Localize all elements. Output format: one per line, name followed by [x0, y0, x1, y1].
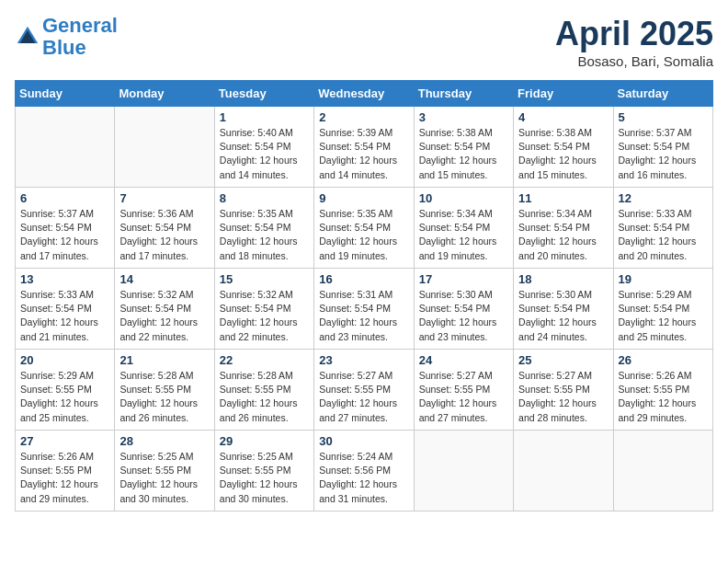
calendar-week-5: 27Sunrise: 5:26 AM Sunset: 5:55 PM Dayli… — [16, 431, 713, 511]
day-number: 5 — [619, 110, 708, 124]
day-info: Sunrise: 5:32 AM Sunset: 5:54 PM Dayligh… — [220, 288, 309, 344]
calendar-cell: 6Sunrise: 5:37 AM Sunset: 5:54 PM Daylig… — [16, 188, 115, 269]
day-info: Sunrise: 5:29 AM Sunset: 5:55 PM Dayligh… — [20, 369, 109, 425]
calendar-cell: 10Sunrise: 5:34 AM Sunset: 5:54 PM Dayli… — [414, 188, 513, 269]
calendar-cell: 28Sunrise: 5:25 AM Sunset: 5:55 PM Dayli… — [115, 431, 214, 511]
calendar-cell: 8Sunrise: 5:35 AM Sunset: 5:54 PM Daylig… — [214, 188, 313, 269]
day-info: Sunrise: 5:24 AM Sunset: 5:56 PM Dayligh… — [319, 450, 408, 506]
day-number: 6 — [20, 191, 109, 205]
calendar-week-1: 1Sunrise: 5:40 AM Sunset: 5:54 PM Daylig… — [16, 107, 713, 188]
day-number: 18 — [518, 272, 608, 286]
calendar-cell: 2Sunrise: 5:39 AM Sunset: 5:54 PM Daylig… — [314, 107, 414, 188]
day-number: 4 — [518, 110, 608, 124]
day-info: Sunrise: 5:37 AM Sunset: 5:54 PM Dayligh… — [20, 207, 109, 263]
calendar-cell: 26Sunrise: 5:26 AM Sunset: 5:55 PM Dayli… — [613, 350, 712, 431]
day-info: Sunrise: 5:26 AM Sunset: 5:55 PM Dayligh… — [619, 369, 708, 425]
logo-text: General Blue — [42, 15, 118, 59]
calendar-week-4: 20Sunrise: 5:29 AM Sunset: 5:55 PM Dayli… — [16, 350, 713, 431]
logo-icon — [15, 24, 40, 50]
day-info: Sunrise: 5:30 AM Sunset: 5:54 PM Dayligh… — [419, 288, 508, 344]
calendar-header-row: SundayMondayTuesdayWednesdayThursdayFrid… — [16, 81, 713, 107]
calendar-cell: 3Sunrise: 5:38 AM Sunset: 5:54 PM Daylig… — [414, 107, 513, 188]
calendar-cell: 29Sunrise: 5:25 AM Sunset: 5:55 PM Dayli… — [214, 431, 313, 511]
day-info: Sunrise: 5:37 AM Sunset: 5:54 PM Dayligh… — [619, 126, 708, 182]
day-info: Sunrise: 5:28 AM Sunset: 5:55 PM Dayligh… — [220, 369, 309, 425]
day-number: 23 — [319, 353, 408, 367]
calendar-week-3: 13Sunrise: 5:33 AM Sunset: 5:54 PM Dayli… — [16, 269, 713, 350]
day-info: Sunrise: 5:36 AM Sunset: 5:54 PM Dayligh… — [119, 207, 209, 263]
day-number: 7 — [119, 191, 209, 205]
day-info: Sunrise: 5:39 AM Sunset: 5:54 PM Dayligh… — [319, 126, 408, 182]
day-info: Sunrise: 5:34 AM Sunset: 5:54 PM Dayligh… — [518, 207, 608, 263]
day-number: 28 — [119, 434, 209, 448]
day-info: Sunrise: 5:33 AM Sunset: 5:54 PM Dayligh… — [619, 207, 708, 263]
day-number: 2 — [319, 110, 408, 124]
calendar-cell: 20Sunrise: 5:29 AM Sunset: 5:55 PM Dayli… — [16, 350, 115, 431]
day-info: Sunrise: 5:34 AM Sunset: 5:54 PM Dayligh… — [419, 207, 508, 263]
calendar-cell: 14Sunrise: 5:32 AM Sunset: 5:54 PM Dayli… — [115, 269, 214, 350]
main-title: April 2025 — [555, 15, 713, 53]
calendar-cell: 30Sunrise: 5:24 AM Sunset: 5:56 PM Dayli… — [314, 431, 414, 511]
calendar-cell: 21Sunrise: 5:28 AM Sunset: 5:55 PM Dayli… — [115, 350, 214, 431]
calendar-cell: 16Sunrise: 5:31 AM Sunset: 5:54 PM Dayli… — [314, 269, 414, 350]
day-number: 13 — [20, 272, 109, 286]
day-info: Sunrise: 5:32 AM Sunset: 5:54 PM Dayligh… — [119, 288, 209, 344]
calendar-cell — [414, 431, 513, 511]
day-info: Sunrise: 5:35 AM Sunset: 5:54 PM Dayligh… — [220, 207, 309, 263]
day-number: 1 — [220, 110, 309, 124]
day-number: 14 — [119, 272, 209, 286]
day-number: 19 — [619, 272, 708, 286]
day-number: 21 — [119, 353, 209, 367]
header-tuesday: Tuesday — [214, 81, 313, 107]
day-number: 8 — [220, 191, 309, 205]
header-wednesday: Wednesday — [314, 81, 414, 107]
day-info: Sunrise: 5:30 AM Sunset: 5:54 PM Dayligh… — [518, 288, 608, 344]
day-info: Sunrise: 5:27 AM Sunset: 5:55 PM Dayligh… — [419, 369, 508, 425]
day-number: 9 — [319, 191, 408, 205]
day-info: Sunrise: 5:31 AM Sunset: 5:54 PM Dayligh… — [319, 288, 408, 344]
header-sunday: Sunday — [16, 81, 115, 107]
day-number: 12 — [619, 191, 708, 205]
calendar-cell: 18Sunrise: 5:30 AM Sunset: 5:54 PM Dayli… — [514, 269, 613, 350]
calendar-cell: 7Sunrise: 5:36 AM Sunset: 5:54 PM Daylig… — [115, 188, 214, 269]
day-info: Sunrise: 5:26 AM Sunset: 5:55 PM Dayligh… — [20, 450, 109, 506]
day-number: 25 — [518, 353, 608, 367]
day-number: 20 — [20, 353, 109, 367]
day-info: Sunrise: 5:25 AM Sunset: 5:55 PM Dayligh… — [220, 450, 309, 506]
title-block: April 2025 Bosaso, Bari, Somalia — [555, 15, 713, 69]
calendar-cell: 9Sunrise: 5:35 AM Sunset: 5:54 PM Daylig… — [314, 188, 414, 269]
day-number: 15 — [220, 272, 309, 286]
calendar-cell: 27Sunrise: 5:26 AM Sunset: 5:55 PM Dayli… — [16, 431, 115, 511]
day-info: Sunrise: 5:29 AM Sunset: 5:54 PM Dayligh… — [619, 288, 708, 344]
calendar-cell — [613, 431, 712, 511]
day-number: 10 — [419, 191, 508, 205]
day-number: 24 — [419, 353, 508, 367]
day-number: 27 — [20, 434, 109, 448]
day-info: Sunrise: 5:25 AM Sunset: 5:55 PM Dayligh… — [119, 450, 209, 506]
day-info: Sunrise: 5:38 AM Sunset: 5:54 PM Dayligh… — [518, 126, 608, 182]
header-saturday: Saturday — [613, 81, 712, 107]
day-info: Sunrise: 5:27 AM Sunset: 5:55 PM Dayligh… — [518, 369, 608, 425]
calendar-table: SundayMondayTuesdayWednesdayThursdayFrid… — [15, 80, 713, 511]
calendar-cell: 25Sunrise: 5:27 AM Sunset: 5:55 PM Dayli… — [514, 350, 613, 431]
day-number: 11 — [518, 191, 608, 205]
calendar-cell: 22Sunrise: 5:28 AM Sunset: 5:55 PM Dayli… — [214, 350, 313, 431]
calendar-cell — [115, 107, 214, 188]
day-number: 22 — [220, 353, 309, 367]
calendar-cell — [514, 431, 613, 511]
day-info: Sunrise: 5:40 AM Sunset: 5:54 PM Dayligh… — [220, 126, 309, 182]
day-number: 16 — [319, 272, 408, 286]
calendar-cell: 12Sunrise: 5:33 AM Sunset: 5:54 PM Dayli… — [613, 188, 712, 269]
day-info: Sunrise: 5:35 AM Sunset: 5:54 PM Dayligh… — [319, 207, 408, 263]
calendar-cell: 15Sunrise: 5:32 AM Sunset: 5:54 PM Dayli… — [214, 269, 313, 350]
day-info: Sunrise: 5:28 AM Sunset: 5:55 PM Dayligh… — [119, 369, 209, 425]
day-info: Sunrise: 5:33 AM Sunset: 5:54 PM Dayligh… — [20, 288, 109, 344]
calendar-cell: 23Sunrise: 5:27 AM Sunset: 5:55 PM Dayli… — [314, 350, 414, 431]
day-number: 17 — [419, 272, 508, 286]
day-info: Sunrise: 5:38 AM Sunset: 5:54 PM Dayligh… — [419, 126, 508, 182]
calendar-week-2: 6Sunrise: 5:37 AM Sunset: 5:54 PM Daylig… — [16, 188, 713, 269]
header-monday: Monday — [115, 81, 214, 107]
day-number: 29 — [220, 434, 309, 448]
calendar-cell: 4Sunrise: 5:38 AM Sunset: 5:54 PM Daylig… — [514, 107, 613, 188]
calendar-cell — [16, 107, 115, 188]
